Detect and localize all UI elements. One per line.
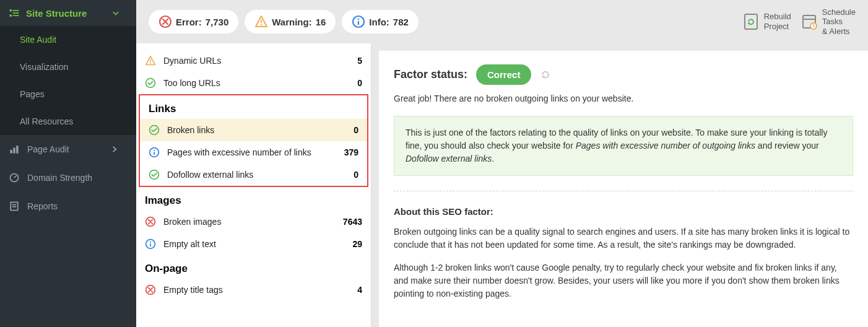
about-p2: Although 1-2 broken links won't cause Go… (394, 261, 853, 300)
sidebar-header-label: Site Structure (26, 8, 87, 19)
rebuild-icon (743, 12, 759, 31)
calendar-icon (801, 12, 817, 31)
sidebar-item-label: Visualization (20, 62, 68, 72)
factor-name: Pages with excessive number of links (167, 147, 329, 157)
svg-rect-20 (745, 14, 757, 29)
factor-name: Broken links (167, 125, 329, 135)
sidebar-item-label: Reports (27, 201, 58, 211)
section-title-links: Links (140, 95, 367, 119)
svg-rect-13 (13, 148, 15, 154)
factor-value: 0 (340, 78, 362, 88)
factor-name: Dynamic URLs (163, 56, 332, 66)
section-title-images: Images (136, 187, 371, 211)
factor-row-broken-images[interactable]: Broken images 7643 (136, 211, 371, 233)
status-badge: Correct (476, 64, 531, 85)
divider (394, 191, 853, 191)
factor-name: Empty alt text (163, 239, 332, 249)
tip-em-2: Dofollow external links (406, 154, 492, 164)
about-p1: Broken outgoing links can be a quality s… (394, 225, 853, 251)
factor-value: 29 (340, 239, 362, 249)
tip-box: This is just one of the factors relating… (394, 116, 853, 176)
sidebar-item-all-resources[interactable]: All Resources (0, 108, 136, 135)
chevron-right-icon (109, 144, 120, 155)
sidebar-subgroup: Site Audit Visualization Pages All Resou… (0, 26, 136, 135)
sidebar-item-visualization[interactable]: Visualization (0, 53, 136, 81)
sidebar-item-label: Site Audit (20, 35, 56, 45)
ok-icon (149, 124, 160, 136)
factor-value: 4 (340, 285, 362, 295)
factor-row-empty-title[interactable]: Empty title tags 4 (136, 279, 371, 301)
sidebar-item-label: Pages (20, 89, 45, 99)
topbar-right: Rebuild Project Schedule Tasks & Alerts (743, 7, 856, 37)
factor-detail: Factor status: Correct Great job! There … (379, 51, 868, 327)
rebuild-project-button[interactable]: Rebuild Project (743, 12, 791, 31)
sidebar-item-reports[interactable]: Reports (0, 192, 136, 220)
factor-status-line: Factor status: Correct (394, 64, 853, 85)
factor-list: Dynamic URLs 5 Too long URLs 0 Links Bro… (136, 43, 371, 327)
factor-value: 5 (340, 56, 362, 66)
topbar: Error: 7,730 Warning: 16 Info: 782 Rebui… (136, 0, 868, 43)
factor-status-label: Factor status: (394, 68, 467, 81)
sidebar-item-label: Page Audit (27, 144, 69, 154)
svg-rect-8 (10, 14, 12, 16)
pill-count: 7,730 (206, 17, 229, 27)
factor-row-dynamic-urls[interactable]: Dynamic URLs 5 (136, 50, 371, 72)
error-icon (145, 216, 156, 227)
error-icon (158, 15, 172, 28)
about-text: Broken outgoing links can be a quality s… (394, 225, 853, 300)
pill-count: 16 (316, 17, 326, 27)
tip-text-post: . (492, 154, 494, 164)
main-area: Error: 7,730 Warning: 16 Info: 782 Rebui… (136, 0, 868, 327)
warning-pill[interactable]: Warning: 16 (245, 10, 336, 33)
structure-icon (9, 7, 20, 19)
chevron-down-icon (110, 7, 121, 19)
clipboard-icon (9, 201, 20, 212)
factor-row-too-long-urls[interactable]: Too long URLs 0 (136, 72, 371, 94)
tip-text-mid: and review your (755, 141, 819, 150)
factor-name: Dofollow external links (167, 170, 329, 180)
factor-row-empty-alt[interactable]: Empty alt text 29 (136, 233, 371, 255)
schedule-tasks-button[interactable]: Schedule Tasks & Alerts (801, 7, 856, 37)
svg-line-16 (14, 176, 16, 178)
bars-icon (9, 144, 20, 155)
sidebar: Site Structure Site Audit Visualization … (0, 0, 136, 327)
factor-value: 7643 (340, 217, 362, 227)
factor-name: Broken images (163, 217, 332, 227)
links-highlight-box: Links Broken links 0 Pages with excessiv… (139, 94, 368, 187)
factor-row-broken-links[interactable]: Broken links 0 (140, 119, 367, 141)
svg-rect-12 (10, 150, 12, 154)
about-title: About this SEO factor: (394, 206, 853, 217)
sidebar-header-site-structure[interactable]: Site Structure (0, 0, 136, 26)
sidebar-item-page-audit[interactable]: Page Audit (0, 135, 136, 164)
refresh-icon[interactable] (540, 69, 551, 81)
gauge-icon (9, 172, 20, 183)
button-label: Schedule Tasks & Alerts (822, 7, 856, 37)
pill-label: Info: (369, 17, 389, 27)
ok-icon (149, 169, 160, 180)
info-icon (145, 238, 156, 250)
pill-label: Error: (176, 17, 202, 27)
factor-value: 379 (336, 147, 358, 157)
info-icon (352, 15, 365, 28)
warning-icon (254, 15, 268, 28)
factor-value: 0 (336, 170, 358, 180)
content: Dynamic URLs 5 Too long URLs 0 Links Bro… (136, 43, 868, 327)
info-icon (149, 147, 160, 158)
sidebar-item-site-audit[interactable]: Site Audit (0, 26, 136, 53)
factor-name: Empty title tags (163, 285, 332, 295)
factor-value: 0 (336, 125, 358, 135)
error-pill[interactable]: Error: 7,730 (149, 10, 238, 33)
error-icon (145, 284, 156, 295)
sidebar-item-domain-strength[interactable]: Domain Strength (0, 164, 136, 192)
tip-em-1: Pages with excessive number of outgoing … (576, 141, 755, 150)
sidebar-item-label: Domain Strength (27, 173, 92, 183)
sidebar-item-pages[interactable]: Pages (0, 81, 136, 108)
svg-rect-14 (16, 146, 18, 153)
section-title-onpage: On-page (136, 255, 371, 279)
sidebar-item-label: All Resources (20, 116, 73, 126)
button-label: Rebuild Project (764, 12, 791, 31)
info-pill[interactable]: Info: 782 (342, 10, 419, 33)
factor-row-dofollow-external[interactable]: Dofollow external links 0 (140, 164, 367, 186)
factor-row-excessive-links[interactable]: Pages with excessive number of links 379 (140, 141, 367, 164)
pill-label: Warning: (272, 17, 311, 27)
